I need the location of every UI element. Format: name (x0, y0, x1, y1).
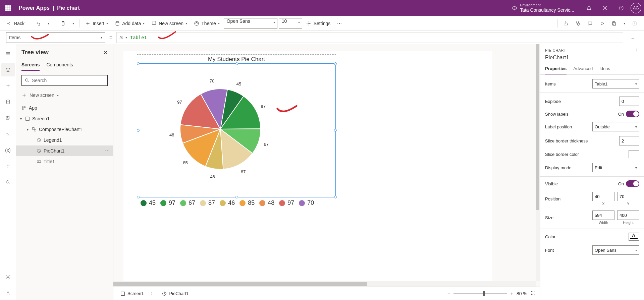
panel-expand-button[interactable]: 〉 (636, 48, 640, 53)
resize-handle[interactable] (137, 62, 140, 65)
rail-flows-icon[interactable] (1, 127, 15, 141)
prop-explode-input[interactable] (619, 97, 639, 106)
design-canvas[interactable]: My Students Pie Chart 459767874685489770 (123, 51, 492, 287)
resize-handle[interactable] (334, 62, 337, 65)
new-screen-button[interactable]: New screen▾ (149, 18, 190, 29)
tree-item-screen1[interactable]: ▾ Screen1 (16, 113, 113, 124)
environment-picker[interactable]: Environment Tata Consultancy Servic... (512, 3, 574, 13)
waffle-menu-icon[interactable] (3, 3, 13, 13)
tab-components[interactable]: Components (46, 59, 73, 71)
tab-properties[interactable]: Properties (545, 63, 567, 74)
pie-chart-control[interactable]: 459767874685489770 (138, 63, 336, 197)
prop-y-input[interactable] (617, 192, 639, 201)
chart-legend[interactable]: 459767874685489770 (138, 197, 335, 208)
prop-x-input[interactable] (592, 192, 614, 201)
item-more-button[interactable]: ⋯ (105, 148, 110, 154)
tab-screens[interactable]: Screens (21, 59, 40, 71)
rail-media-icon[interactable] (1, 111, 15, 125)
user-avatar[interactable]: AG (631, 3, 641, 13)
notifications-icon[interactable] (582, 1, 596, 15)
help-icon[interactable] (614, 1, 628, 15)
prop-border-input[interactable] (619, 136, 639, 145)
breadcrumb-screen[interactable]: Screen1 (117, 290, 146, 298)
save-button[interactable] (609, 18, 620, 29)
font-size-input[interactable]: 10 (279, 18, 302, 29)
prop-showlabels-label: Show labels (545, 112, 569, 117)
rail-search-icon[interactable] (1, 176, 15, 189)
undo-button[interactable] (33, 18, 44, 29)
undo-dropdown[interactable]: ▾ (45, 18, 52, 29)
resize-handle[interactable] (137, 196, 140, 198)
rail-insert-icon[interactable] (1, 79, 15, 93)
prop-color-swatch[interactable] (629, 233, 639, 241)
zoom-out-button[interactable]: − (447, 291, 450, 296)
prop-width-input[interactable] (592, 211, 614, 220)
resize-handle[interactable] (334, 129, 337, 132)
formula-input[interactable]: fx ▾ Table1 (116, 32, 623, 43)
selected-control-name: PieChart1 (540, 54, 644, 63)
chevron-down-icon[interactable]: ▾ (25, 128, 30, 131)
prop-items-select[interactable]: Table1 (592, 79, 639, 88)
tab-advanced[interactable]: Advanced (573, 63, 593, 74)
add-data-button[interactable]: Add data▾ (112, 18, 147, 29)
resize-handle[interactable] (235, 196, 238, 198)
rail-tree-icon[interactable] (1, 63, 15, 76)
zoom-in-button[interactable]: + (511, 291, 513, 296)
share-button[interactable] (560, 18, 571, 29)
rail-tools-icon[interactable] (1, 160, 15, 173)
paste-button[interactable] (58, 18, 68, 29)
resize-handle[interactable] (334, 196, 337, 198)
publish-button[interactable] (629, 18, 640, 29)
legend-item: 70 (299, 199, 314, 206)
rail-variables-icon[interactable]: (x) (1, 143, 15, 157)
prop-height-input[interactable] (617, 211, 639, 220)
tree-search-input[interactable] (21, 75, 108, 86)
tree-view-panel: Tree view ✕ Screens Components New scree… (16, 44, 113, 300)
save-dropdown[interactable]: ▾ (621, 18, 628, 29)
zoom-slider[interactable] (453, 293, 507, 294)
settings-button[interactable]: Settings (304, 18, 333, 29)
prop-labelpos-select[interactable]: Outside (592, 122, 639, 131)
prop-bordercolor-swatch[interactable] (629, 150, 639, 158)
chevron-down-icon[interactable]: ▾ (19, 117, 23, 121)
tab-ideas[interactable]: Ideas (599, 63, 610, 74)
paste-dropdown[interactable]: ▾ (70, 18, 77, 29)
rail-settings-icon[interactable] (1, 271, 15, 284)
tree-item-composite[interactable]: ▾ CompositePieChart1 (16, 124, 113, 135)
pie-slice-label: 48 (169, 132, 174, 137)
composite-pie-chart[interactable]: My Students Pie Chart 459767874685489770 (137, 54, 336, 215)
insert-button[interactable]: Insert▾ (83, 18, 111, 29)
tree-item-piechart[interactable]: PieChart1 ⋯ (16, 145, 113, 156)
resize-handle[interactable] (137, 129, 140, 132)
font-family-select[interactable]: Open Sans (224, 18, 277, 29)
legend-item: 97 (279, 199, 294, 206)
close-tree-button[interactable]: ✕ (103, 49, 108, 56)
theme-button[interactable]: Theme▾ (191, 18, 222, 29)
tree-item-title[interactable]: Title1 (16, 156, 113, 167)
rail-hamburger-icon[interactable] (1, 47, 15, 60)
more-button[interactable]: ⋯ (334, 18, 344, 29)
breadcrumb-element[interactable]: PieChart1 (159, 290, 191, 298)
checker-button[interactable] (573, 18, 583, 29)
annotation-check-icon (30, 33, 50, 42)
rail-virtualagent-icon[interactable] (1, 287, 15, 300)
back-button[interactable]: Back (4, 18, 27, 29)
comments-button[interactable] (585, 18, 595, 29)
resize-handle[interactable] (235, 62, 238, 65)
tree-new-screen-button[interactable]: New screen▾ (21, 91, 108, 100)
prop-font-select[interactable]: Open Sans (592, 245, 639, 255)
plus-icon (85, 21, 91, 26)
tree-item-app[interactable]: App (16, 103, 113, 113)
settings-gear-icon[interactable] (598, 1, 612, 15)
fit-screen-button[interactable] (531, 290, 536, 297)
prop-showlabels-toggle[interactable] (626, 111, 639, 117)
horizontal-scrollbar[interactable] (113, 281, 536, 287)
tree-item-legend[interactable]: Legend1 (16, 135, 113, 145)
prop-display-select[interactable]: Edit (592, 163, 639, 172)
rail-data-icon[interactable] (1, 95, 15, 109)
play-button[interactable] (597, 18, 607, 29)
property-select[interactable]: Items▾ (6, 32, 105, 43)
prop-display-label: Display mode (545, 165, 572, 170)
expand-formula-button[interactable]: ⌄ (627, 35, 638, 40)
prop-visible-toggle[interactable] (626, 180, 639, 187)
